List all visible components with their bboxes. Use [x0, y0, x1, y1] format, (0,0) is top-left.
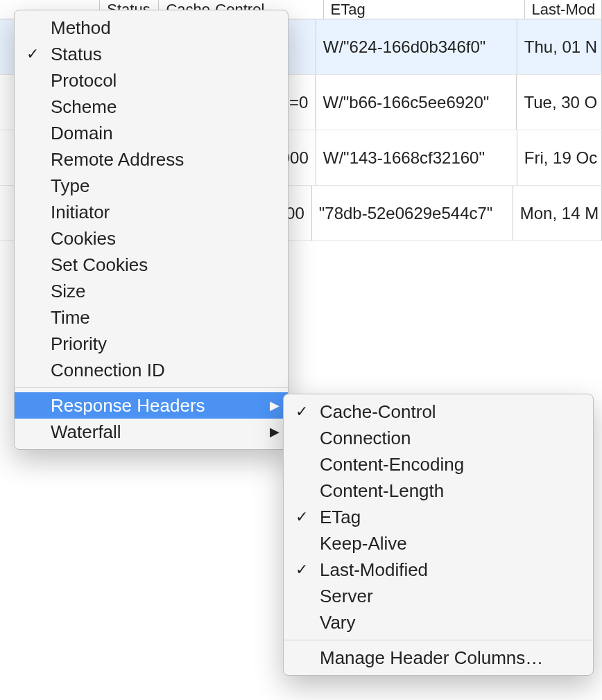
- menu-item-connection-id[interactable]: Connection ID: [15, 357, 288, 383]
- check-icon: ✓: [15, 45, 51, 63]
- menu-item-label: Set Cookies: [51, 254, 260, 276]
- cell-last: Thu, 01 N: [517, 19, 602, 74]
- cell-last: Tue, 30 O: [517, 75, 602, 130]
- menu-item-time[interactable]: Time: [15, 304, 288, 331]
- check-icon: ✓: [284, 561, 320, 579]
- cell-etag: "78db-52e0629e544c7": [312, 186, 513, 240]
- cell-last: Fri, 19 Oc: [517, 130, 602, 185]
- menu-item-label: Method: [51, 17, 260, 39]
- col-last-modified[interactable]: Last-Mod: [525, 0, 602, 19]
- menu-item-response-headers[interactable]: Response Headers ▶: [15, 392, 288, 419]
- check-icon: ✓: [284, 508, 320, 526]
- menu-item-label: Domain: [51, 123, 260, 144]
- menu-item-label: Priority: [51, 333, 260, 355]
- submenu-arrow-icon: ▶: [260, 398, 280, 413]
- menu-item-label: Scheme: [51, 96, 260, 118]
- menu-item-priority[interactable]: Priority: [15, 331, 288, 357]
- submenu-item-etag[interactable]: ✓ ETag: [284, 504, 593, 530]
- menu-item-label: Manage Header Columns…: [320, 647, 585, 669]
- submenu-item-vary[interactable]: Vary: [284, 609, 593, 636]
- menu-item-label: Server: [320, 586, 585, 607]
- menu-item-label: Content-Length: [320, 480, 585, 502]
- menu-item-label: Status: [51, 44, 260, 65]
- menu-item-label: Waterfall: [51, 421, 260, 443]
- menu-item-label: Protocol: [51, 70, 260, 91]
- menu-item-status[interactable]: ✓ Status: [15, 41, 288, 67]
- menu-item-initiator[interactable]: Initiator: [15, 199, 288, 225]
- menu-item-domain[interactable]: Domain: [15, 120, 288, 146]
- menu-item-label: Connection ID: [51, 360, 260, 381]
- submenu-item-server[interactable]: Server: [284, 583, 593, 609]
- menu-item-label: ETag: [320, 507, 585, 528]
- menu-item-label: Time: [51, 307, 260, 329]
- menu-item-cookies[interactable]: Cookies: [15, 225, 288, 252]
- col-etag[interactable]: ETag: [324, 0, 525, 19]
- cell-etag: W/"624-166d0b346f0": [316, 19, 517, 74]
- menu-item-remote-address[interactable]: Remote Address: [15, 146, 288, 173]
- menu-item-type[interactable]: Type: [15, 173, 288, 199]
- submenu-item-last-modified[interactable]: ✓ Last-Modified: [284, 557, 593, 583]
- submenu-item-content-length[interactable]: Content-Length: [284, 478, 593, 504]
- check-icon: ✓: [284, 403, 320, 421]
- cell-etag: W/"b66-166c5ee6920": [316, 75, 517, 130]
- submenu-item-keep-alive[interactable]: Keep-Alive: [284, 530, 593, 557]
- menu-item-label: Keep-Alive: [320, 533, 585, 554]
- menu-item-label: Content-Encoding: [320, 454, 585, 475]
- submenu-arrow-icon: ▶: [260, 424, 280, 439]
- menu-item-label: Remote Address: [51, 149, 260, 170]
- menu-separator: [15, 387, 288, 388]
- response-headers-submenu[interactable]: ✓ Cache-Control Connection Content-Encod…: [283, 394, 594, 676]
- menu-item-label: Cache-Control: [320, 401, 585, 423]
- menu-item-label: Size: [51, 281, 260, 302]
- menu-item-label: Connection: [320, 428, 585, 449]
- menu-item-protocol[interactable]: Protocol: [15, 67, 288, 94]
- menu-separator: [284, 640, 593, 640]
- cell-last: Mon, 14 M: [513, 186, 602, 240]
- submenu-item-manage-header-columns[interactable]: Manage Header Columns…: [284, 645, 593, 671]
- menu-item-method[interactable]: Method: [15, 15, 288, 41]
- column-context-menu[interactable]: Method ✓ Status Protocol Scheme Domain R…: [14, 10, 289, 450]
- submenu-item-cache-control[interactable]: ✓ Cache-Control: [284, 399, 593, 425]
- submenu-item-content-encoding[interactable]: Content-Encoding: [284, 451, 593, 478]
- menu-item-size[interactable]: Size: [15, 278, 288, 304]
- menu-item-label: Vary: [320, 612, 585, 633]
- menu-item-label: Response Headers: [51, 395, 260, 417]
- menu-item-waterfall[interactable]: Waterfall ▶: [15, 419, 288, 445]
- menu-item-label: Last-Modified: [320, 559, 585, 581]
- menu-item-label: Type: [51, 175, 260, 197]
- submenu-item-connection[interactable]: Connection: [284, 425, 593, 451]
- menu-item-label: Cookies: [51, 228, 260, 250]
- cell-etag: W/"143-1668cf32160": [316, 130, 517, 185]
- menu-item-label: Initiator: [51, 202, 260, 223]
- menu-item-scheme[interactable]: Scheme: [15, 94, 288, 120]
- menu-item-set-cookies[interactable]: Set Cookies: [15, 252, 288, 278]
